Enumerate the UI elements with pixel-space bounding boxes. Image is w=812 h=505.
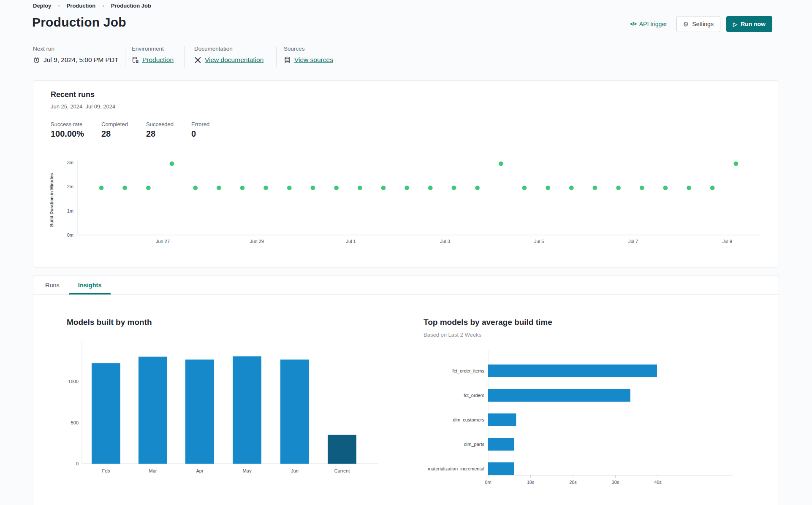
breadcrumb-item-deploy[interactable]: Deploy	[33, 3, 51, 9]
svg-text:Jul 7: Jul 7	[628, 239, 638, 244]
environment-database-icon	[132, 57, 139, 64]
svg-text:Jun 27: Jun 27	[156, 239, 170, 244]
recent-runs-title: Recent runs	[51, 90, 95, 99]
svg-text:fct_orders: fct_orders	[464, 393, 484, 398]
svg-text:0: 0	[76, 461, 79, 466]
recent-runs-date-range: Jun 25, 2024–Jul 09, 2024	[51, 103, 115, 110]
stat-completed: Completed 28	[101, 121, 128, 139]
svg-text:1m: 1m	[67, 208, 73, 213]
view-sources-link[interactable]: View sources	[294, 56, 333, 64]
build-duration-scatter-chart: 0m1m2m3mBuild Duration in MinutesJun 27J…	[41, 158, 767, 255]
svg-text:500: 500	[71, 420, 79, 425]
svg-text:40s: 40s	[654, 480, 662, 485]
breadcrumb: Deploy › Production › Production Job	[33, 3, 151, 9]
meta-label: Sources	[284, 46, 333, 52]
run-now-button[interactable]: ▷ Run now	[726, 16, 772, 32]
api-trigger-label: API trigger	[639, 21, 667, 27]
meta-label: Next run	[33, 46, 118, 52]
meta-sources: Sources View sources	[284, 46, 333, 64]
stat-value: 28	[146, 129, 174, 139]
run-now-label: Run now	[741, 21, 766, 27]
production-job-page: Deploy › Production › Production Job Pro…	[0, 0, 812, 505]
recent-runs-card: Recent runs Jun 25, 2024–Jul 09, 2024 Su…	[33, 80, 779, 267]
svg-text:Current: Current	[334, 468, 350, 473]
svg-text:Jul 3: Jul 3	[440, 239, 450, 244]
header-actions: </> API trigger ⚙ Settings ▷ Run now	[630, 16, 772, 32]
chevron-right-icon: ›	[102, 3, 104, 9]
tab-insights[interactable]: Insights	[69, 275, 111, 294]
breadcrumb-item-production[interactable]: Production	[67, 3, 96, 9]
gear-icon: ⚙	[683, 21, 689, 27]
divider	[125, 46, 125, 68]
meta-label: Environment	[132, 46, 174, 52]
svg-text:Jun 29: Jun 29	[250, 239, 264, 244]
play-icon: ▷	[733, 22, 737, 27]
svg-text:Feb: Feb	[102, 468, 110, 473]
svg-text:0m: 0m	[485, 480, 491, 485]
database-icon	[284, 57, 291, 64]
svg-text:2m: 2m	[67, 184, 73, 189]
api-trigger-link[interactable]: </> API trigger	[630, 21, 667, 27]
svg-text:dim_parts: dim_parts	[464, 442, 485, 447]
svg-text:10s: 10s	[527, 480, 535, 485]
svg-text:0m: 0m	[67, 232, 73, 238]
svg-text:Jun: Jun	[291, 468, 299, 473]
stat-label: Success rate	[51, 121, 84, 127]
svg-text:3m: 3m	[67, 160, 73, 165]
tab-runs[interactable]: Runs	[36, 275, 69, 294]
stat-label: Completed	[101, 121, 128, 127]
code-icon: </>	[630, 21, 636, 27]
divider	[276, 46, 277, 68]
stat-success-rate: Success rate 100.00%	[51, 121, 84, 139]
top-models-chart-subtitle: Based on Last 2 Weeks	[424, 332, 481, 338]
meta-next-run: Next run Jul 9, 2024, 5:00 PM PDT	[33, 46, 118, 64]
svg-text:fct_order_items: fct_order_items	[452, 368, 484, 373]
meta-label: Documentation	[194, 46, 263, 52]
insights-card: Runs Insights Models built by month 0500…	[33, 275, 779, 505]
svg-text:dim_customers: dim_customers	[453, 417, 484, 422]
svg-text:Jul 9: Jul 9	[722, 239, 732, 244]
stat-label: Succeeded	[146, 121, 174, 127]
chevron-right-icon: ›	[58, 3, 60, 9]
svg-text:May: May	[243, 468, 252, 473]
breadcrumb-item-current: Production Job	[111, 3, 151, 9]
settings-label: Settings	[692, 21, 714, 27]
next-run-value: Jul 9, 2024, 5:00 PM PDT	[43, 56, 118, 64]
stat-value: 100.00%	[51, 129, 84, 139]
svg-text:1000: 1000	[68, 379, 79, 384]
models-built-chart-title: Models built by month	[67, 318, 152, 327]
stat-label: Errored	[191, 121, 209, 127]
view-documentation-link[interactable]: View documentation	[205, 56, 263, 64]
top-models-chart-title: Top models by average build time	[424, 318, 552, 327]
svg-text:Apr: Apr	[196, 468, 203, 473]
settings-button[interactable]: ⚙ Settings	[676, 16, 720, 32]
stat-succeeded: Succeeded 28	[146, 121, 174, 139]
environment-link[interactable]: Production	[142, 56, 174, 64]
tab-bar: Runs Insights	[33, 275, 779, 295]
stat-errored: Errored 0	[191, 121, 209, 139]
dbt-docs-icon	[194, 57, 201, 64]
top-models-by-build-time-chart: 0m10s20s30s40sfct_order_itemsfct_ordersd…	[423, 346, 735, 490]
page-title: Production Job	[32, 15, 126, 30]
svg-text:Build Duration in Minutes: Build Duration in Minutes	[49, 173, 54, 227]
stat-value: 0	[191, 129, 209, 139]
svg-text:30s: 30s	[612, 480, 619, 485]
svg-text:Mar: Mar	[149, 468, 157, 473]
stat-value: 28	[101, 129, 128, 139]
models-built-by-month-chart: 05001000FebMarAprMayJunCurrent	[64, 339, 380, 491]
alarm-clock-icon	[33, 57, 40, 64]
meta-environment: Environment Production	[132, 46, 174, 64]
svg-text:20s: 20s	[569, 480, 577, 485]
svg-text:Jul 1: Jul 1	[346, 239, 356, 244]
divider	[184, 46, 185, 68]
meta-documentation: Documentation View documentation	[194, 46, 263, 64]
svg-text:materialization_incremental: materialization_incremental	[428, 466, 484, 471]
svg-text:Jul 5: Jul 5	[534, 239, 544, 244]
